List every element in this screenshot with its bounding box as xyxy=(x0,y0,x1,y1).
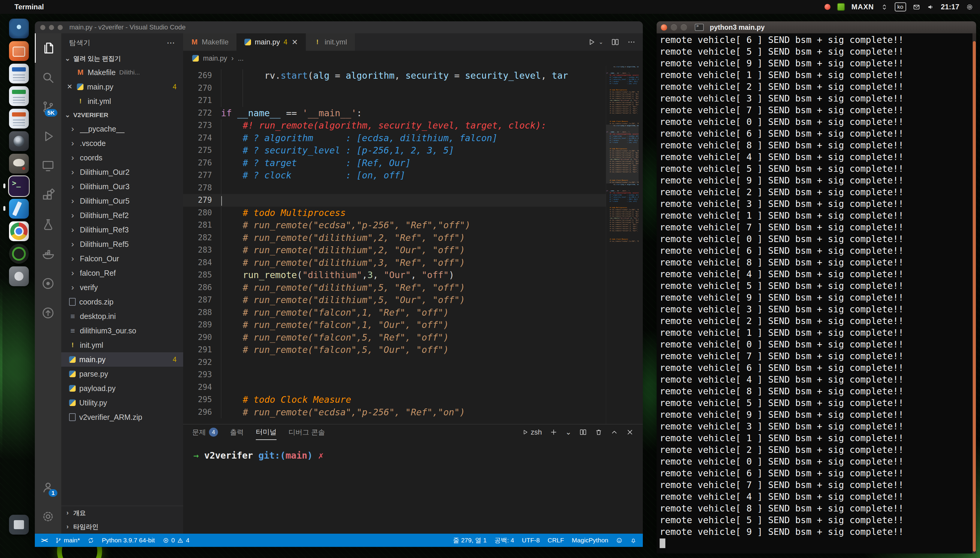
panel-tab[interactable]: 출력 xyxy=(230,424,244,440)
remote-indicator[interactable]: >< xyxy=(37,534,51,547)
tree-item[interactable]: payload.py xyxy=(61,381,183,396)
language-mode[interactable]: MagicPython xyxy=(568,534,612,547)
editor-tab[interactable]: !init.yml xyxy=(306,33,355,51)
keyboard-layout-indicator[interactable]: ko xyxy=(895,2,906,11)
code-line-290[interactable]: 290 # run_remote("falcon",5, "Ref", "off… xyxy=(183,331,606,344)
problems-status[interactable]: 0 4 xyxy=(159,534,193,547)
tree-item[interactable]: ›Dilithium_Our5 xyxy=(61,194,183,208)
terminal-titlebar[interactable]: python3 main.py xyxy=(657,21,976,33)
breadcrumb-file[interactable]: main.py xyxy=(203,54,227,62)
code-line-291[interactable]: 291 # run_remote("falcon",5, "Our", "off… xyxy=(183,343,606,356)
panel-tab[interactable]: 디버그 콘솔 xyxy=(288,424,325,440)
code-lines[interactable]: 269 rv.start(alg = algorithm, security =… xyxy=(183,66,606,424)
code-line-270[interactable]: 270 xyxy=(183,82,606,95)
tree-item[interactable]: ›falcon_Ref xyxy=(61,266,183,280)
sync-status[interactable] xyxy=(84,534,98,547)
code-line-284[interactable]: 284 # run_remote("dilithium",3, "Ref", "… xyxy=(183,256,606,269)
code-line-286[interactable]: 286 # run_remote("dilithium",5, "Ref", "… xyxy=(183,281,606,294)
code-line-274[interactable]: 274 # ? algorithm : [ecdsa, dilithium, f… xyxy=(183,132,606,144)
clock[interactable]: 21:17 xyxy=(941,3,959,11)
tree-item[interactable]: v2verifier_ARM.zip xyxy=(61,410,183,424)
terminal-close-button[interactable] xyxy=(661,24,667,31)
more-actions-icon[interactable]: ⋯ xyxy=(167,38,175,48)
tree-item[interactable]: ›Dilithium_Ref2 xyxy=(61,208,183,223)
split-terminal-icon[interactable] xyxy=(579,428,587,436)
git-branch-status[interactable]: main* xyxy=(51,534,84,547)
project-root-header[interactable]: ⌄ V2VERIFER xyxy=(61,108,183,121)
tree-item[interactable]: coords.zip xyxy=(61,295,183,309)
terminal-dropdown-icon[interactable]: ⌄ xyxy=(565,428,571,437)
tree-item[interactable]: parse.py xyxy=(61,367,183,381)
tree-item[interactable]: ›verify xyxy=(61,280,183,295)
vscode-titlebar[interactable]: main.py - v2verifer - Visual Studio Code xyxy=(35,21,643,33)
more-actions-icon[interactable] xyxy=(627,38,636,46)
volume-icon[interactable] xyxy=(927,3,934,11)
editor-tab[interactable]: main.py4✕ xyxy=(237,33,306,51)
code-line-278[interactable]: 278 xyxy=(183,182,606,194)
code-line-280[interactable]: 280 # todo Multiprocess xyxy=(183,207,606,219)
eol-setting[interactable]: CRLF xyxy=(544,534,568,547)
cursor-position[interactable]: 줄 279, 열 1 xyxy=(449,534,491,547)
activity-remote-explorer[interactable] xyxy=(35,151,61,181)
editor-tab[interactable]: MMakefile xyxy=(183,33,237,51)
window-maximize-button[interactable] xyxy=(57,25,63,30)
system-menu-icon[interactable] xyxy=(966,3,973,11)
notifications-button[interactable] xyxy=(626,534,641,547)
tree-item[interactable]: ›coords xyxy=(61,151,183,165)
activity-testing[interactable] xyxy=(35,210,61,240)
encoding-setting[interactable]: UTF-8 xyxy=(518,534,544,547)
code-line-293[interactable]: 293 xyxy=(183,369,606,381)
terminal-output[interactable]: remote vehicle[ 6 ] SEND bsm + sig compl… xyxy=(657,33,976,553)
activity-github[interactable] xyxy=(35,269,61,298)
dock-terminal[interactable] xyxy=(2,176,35,196)
code-line-276[interactable]: 276 # ? target : [Ref, Our] xyxy=(183,157,606,169)
activity-explorer[interactable] xyxy=(35,33,61,63)
terminal-scrollbar-thumb[interactable] xyxy=(973,41,976,552)
activity-settings[interactable] xyxy=(35,502,61,531)
terminal-minimize-button[interactable] xyxy=(671,24,677,31)
python-interpreter[interactable]: Python 3.9.7 64-bit xyxy=(98,534,159,547)
code-line-272[interactable]: 272if __name__ == '__main__': xyxy=(183,107,606,120)
outline-section[interactable]: › 개요 xyxy=(61,506,183,520)
topbar-app-name[interactable]: Terminal xyxy=(15,3,44,11)
window-minimize-button[interactable] xyxy=(49,25,54,30)
tree-item[interactable]: !init.yml xyxy=(61,338,183,352)
dock-libreoffice-impress[interactable] xyxy=(2,109,35,128)
activity-search[interactable] xyxy=(35,63,61,92)
close-icon[interactable]: ✕ xyxy=(66,83,73,91)
breadcrumb[interactable]: main.py › ... xyxy=(183,51,643,66)
kill-terminal-icon[interactable] xyxy=(595,428,603,436)
feedback-button[interactable] xyxy=(612,534,626,547)
tree-item[interactable]: ≡dilithium3_our.so xyxy=(61,323,183,338)
open-editors-header[interactable]: ⌄ 열려 있는 편집기 xyxy=(61,52,183,65)
code-line-269[interactable]: 269 rv.start(alg = algorithm, security =… xyxy=(183,69,606,82)
minimap[interactable]: rv.start(alg = algorithm, security = sec… xyxy=(606,66,639,424)
tree-item[interactable]: ›.vscode xyxy=(61,136,183,151)
dock-anaconda[interactable] xyxy=(2,244,35,264)
updown-arrows-icon[interactable] xyxy=(881,3,888,11)
panel-tab[interactable]: 문제4 xyxy=(192,424,218,440)
gpu-mode-icon[interactable] xyxy=(837,3,845,11)
code-line-277[interactable]: 277 # ? clock : [on, off] xyxy=(183,169,606,182)
run-dropdown-icon[interactable]: ⌄ xyxy=(599,39,603,45)
dock-tweaks[interactable] xyxy=(2,266,35,286)
close-icon[interactable]: ✕ xyxy=(292,38,298,46)
window-close-button[interactable] xyxy=(40,25,45,30)
code-line-292[interactable]: 292 xyxy=(183,356,606,369)
tree-item[interactable]: ≡desktop.ini xyxy=(61,309,183,323)
code-line-289[interactable]: 289 # run_remote("falcon",1, "Our", "off… xyxy=(183,318,606,331)
maximize-panel-icon[interactable] xyxy=(610,428,618,436)
breadcrumb-more[interactable]: ... xyxy=(238,54,244,62)
dock-vscode[interactable] xyxy=(2,199,35,218)
mail-icon[interactable] xyxy=(913,3,920,11)
tree-item[interactable]: Utility.py xyxy=(61,396,183,410)
dock-camera[interactable] xyxy=(2,131,35,151)
code-line-296[interactable]: 296 # run_remote("ecdsa","p-256", "Ref",… xyxy=(183,406,606,419)
run-python-file-button[interactable] xyxy=(587,38,596,46)
open-editor-item[interactable]: !init.yml xyxy=(61,94,183,108)
power-mode-label[interactable]: MAXN xyxy=(852,3,874,11)
integrated-terminal[interactable]: → v2verifer git:(main) ✗ xyxy=(183,440,643,534)
code-line-287[interactable]: 287 # run_remote("dilithium",5, "Our", "… xyxy=(183,294,606,306)
code-line-295[interactable]: 295 # todo Clock Measure xyxy=(183,394,606,406)
activity-source-control[interactable]: 5K xyxy=(35,92,61,121)
